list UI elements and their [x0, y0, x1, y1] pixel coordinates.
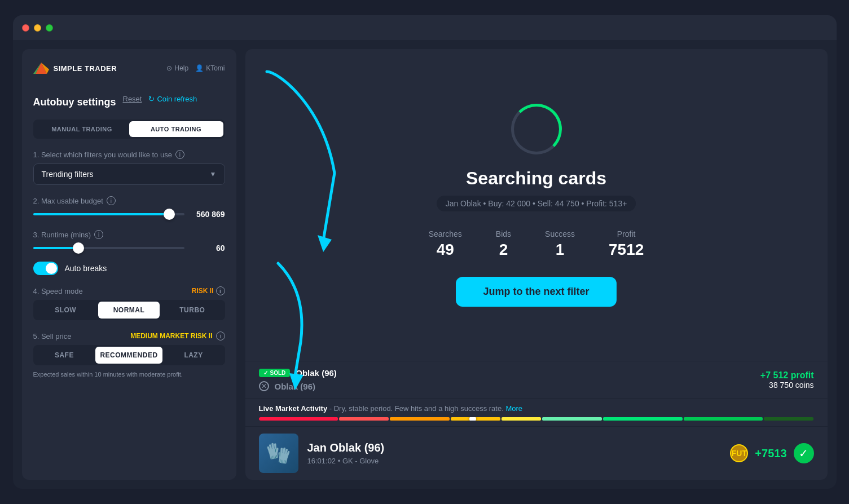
stat-searches-value: 49 [429, 241, 462, 259]
header-actions: ⊙ Help 👤 KTomi [166, 64, 225, 72]
close-button[interactable] [22, 24, 29, 32]
unsold-card-name: Oblak (96) [275, 382, 316, 391]
sell-info-icon[interactable]: i [216, 331, 225, 341]
speed-slow-button[interactable]: SLOW [35, 302, 96, 319]
sell-header: 5. Sell price MEDIUM MARKET RISK II i [33, 331, 225, 341]
coin-refresh-button[interactable]: ↻ Coin refresh [148, 95, 197, 103]
stat-bids: Bids 2 [496, 229, 511, 259]
stat-profit-value: 7512 [609, 241, 644, 259]
sell-recommended-button[interactable]: RECOMMENDED [95, 347, 162, 364]
sold-left: ✓ SOLD Oblak (96) ✕ Oblak (96) [259, 368, 337, 391]
user-button[interactable]: 👤 KTomi [195, 64, 225, 72]
minimize-button[interactable] [34, 24, 41, 32]
meter-green-segment [603, 417, 683, 421]
auto-trading-tab[interactable]: AUTO TRADING [129, 121, 223, 137]
runtime-slider-thumb[interactable] [73, 242, 84, 254]
player-emoji: 🧤 [266, 441, 291, 465]
speed-turbo-button[interactable]: TURBO [161, 302, 223, 319]
right-panel: Searching cards Jan Oblak • Buy: 42 000 … [245, 49, 828, 480]
budget-section: 2. Max usable budget i 560 869 [33, 196, 225, 219]
trading-tabs: MANUAL TRADING AUTO TRADING [33, 120, 225, 139]
sell-safe-button[interactable]: SAFE [35, 347, 94, 364]
sell-section: 5. Sell price MEDIUM MARKET RISK II i SA… [33, 331, 225, 378]
stat-searches: Searches 49 [429, 229, 462, 259]
sold-row: ✓ SOLD Oblak (96) ✕ Oblak (96) [245, 361, 828, 399]
budget-slider-track[interactable] [33, 213, 184, 215]
market-activity-bar: Live Market Activity - Dry, stable perio… [245, 399, 828, 427]
search-spinner [511, 104, 562, 154]
searching-title: Searching cards [466, 168, 606, 189]
manual-trading-tab[interactable]: MANUAL TRADING [35, 121, 129, 137]
coins-text: 38 750 coins [760, 381, 814, 390]
speed-info-icon[interactable]: i [216, 286, 225, 295]
runtime-info-icon[interactable]: i [94, 230, 103, 239]
toggle-thumb [46, 263, 57, 274]
stat-success-value: 1 [545, 241, 575, 259]
player-profit-amount: +7513 [755, 447, 786, 460]
reset-link[interactable]: Reset [123, 95, 142, 103]
meter-orange-segment [390, 417, 450, 421]
x-icon: ✕ [261, 382, 267, 390]
stat-profit: Profit 7512 [609, 229, 644, 259]
logo-area: SIMPLE TRADER [33, 60, 117, 76]
player-info: Jan Oblak (96) 16:01:02 • GK - Glove [307, 441, 722, 465]
panel-header: SIMPLE TRADER ⊙ Help 👤 KTomi [33, 60, 225, 76]
meter-red-segment [259, 417, 338, 421]
main-content: SIMPLE TRADER ⊙ Help 👤 KTomi Autobuy set… [13, 40, 837, 489]
auto-breaks-toggle[interactable] [33, 262, 58, 275]
maximize-button[interactable] [46, 24, 53, 32]
player-image: 🧤 [259, 434, 298, 473]
help-button[interactable]: ⊙ Help [166, 64, 188, 72]
sold-card-item: ✓ SOLD Oblak (96) [259, 368, 337, 378]
sold-badge: ✓ SOLD [259, 369, 291, 377]
logo-text: SIMPLE TRADER [54, 64, 117, 73]
speed-normal-button[interactable]: NORMAL [98, 302, 160, 319]
stat-profit-label: Profit [609, 229, 644, 238]
sell-buttons: SAFE RECOMMENDED LAZY [33, 345, 225, 365]
speed-label: 4. Speed mode [33, 287, 83, 295]
market-activity-more-link[interactable]: More [505, 404, 522, 413]
meter-deepgreen-segment [764, 417, 813, 421]
stat-success-label: Success [545, 229, 575, 238]
filter-info-icon[interactable]: i [175, 150, 184, 159]
unsold-card-item: ✕ Oblak (96) [259, 381, 337, 391]
autobuy-header: Autobuy settings Reset ↻ Coin refresh [33, 87, 225, 110]
jump-to-next-filter-button[interactable]: Jump to the next filter [456, 277, 616, 307]
meter-indicator [469, 417, 476, 421]
budget-info-icon[interactable]: i [107, 196, 116, 205]
stat-searches-label: Searches [429, 229, 462, 238]
auto-breaks-row: Auto breaks [33, 262, 225, 275]
speed-risk-badge: RISK II i [192, 286, 225, 295]
market-text: Live Market Activity - Dry, stable perio… [259, 404, 814, 413]
left-panel: SIMPLE TRADER ⊙ Help 👤 KTomi Autobuy set… [22, 49, 236, 480]
sell-note: Expected sales within 10 minutes with mo… [33, 371, 225, 378]
player-details: 16:01:02 • GK - Glove [307, 457, 722, 465]
auto-breaks-label: Auto breaks [65, 264, 107, 273]
filter-dropdown[interactable]: Trending filters ▼ [33, 163, 225, 185]
checkmark-icon: ✓ [263, 370, 268, 376]
runtime-slider-row: 60 [33, 244, 225, 253]
user-icon: 👤 [195, 64, 204, 72]
meter-darkgreen-segment [684, 417, 763, 421]
runtime-label: 3. Runtime (mins) i [33, 230, 225, 239]
stats-row: Searches 49 Bids 2 Success 1 Profit 7512 [429, 229, 644, 259]
sell-lazy-button[interactable]: LAZY [164, 347, 223, 364]
speed-buttons: SLOW NORMAL TURBO [33, 300, 225, 320]
meter-lightred-segment [339, 417, 389, 421]
speed-header: 4. Speed mode RISK II i [33, 286, 225, 295]
spinner-ring [511, 104, 562, 154]
sell-label: 5. Sell price [33, 332, 72, 341]
budget-label: 2. Max usable budget i [33, 196, 225, 205]
stat-bids-value: 2 [496, 241, 511, 259]
player-check-icon: ✓ [794, 443, 814, 463]
runtime-slider-track[interactable] [33, 247, 184, 249]
search-subtitle: Jan Oblak • Buy: 42 000 • Sell: 44 750 •… [437, 196, 636, 211]
budget-slider-thumb[interactable] [164, 209, 175, 220]
runtime-section: 3. Runtime (mins) i 60 [33, 230, 225, 253]
help-icon: ⊙ [166, 64, 172, 72]
market-activity-label: Live Market Activity [259, 404, 328, 413]
settings-title: Autobuy settings [33, 96, 116, 108]
title-bar [13, 15, 837, 40]
runtime-value: 60 [191, 244, 225, 253]
filter-section: 1. Select which filters you would like t… [33, 150, 225, 185]
